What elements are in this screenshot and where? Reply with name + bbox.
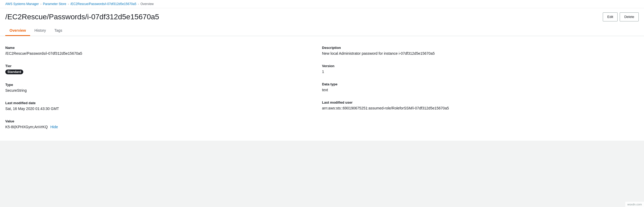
page-header: /EC2Rescue/Passwords/i-07df312d5e15670a5… (0, 8, 644, 36)
header-actions: Edit Delete (603, 12, 639, 21)
right-column: Description New local Administrator pass… (322, 43, 639, 134)
content-area: Name /EC2Rescue/Passwords/i-07df312d5e15… (0, 36, 644, 141)
tier-value: Standard (5, 70, 322, 74)
tab-tags[interactable]: Tags (50, 26, 67, 36)
name-label: Name (5, 46, 322, 50)
breadcrumb-link-parameter-store[interactable]: Parameter Store (43, 2, 66, 6)
version-section: Version 1 (322, 61, 639, 79)
value-value: K5-8I(KPHXGym;AnVrKQ Hide (5, 125, 322, 129)
tab-history[interactable]: History (30, 26, 50, 36)
tabs: Overview History Tags (5, 26, 639, 36)
breadcrumb-link-parameter[interactable]: /EC2Rescue/Passwords/i-07df312d5e15670a5 (70, 2, 136, 6)
breadcrumb-separator-2: › (68, 2, 69, 6)
description-label: Description (322, 46, 639, 50)
value-text: K5-8I(KPHXGym;AnVrKQ (5, 125, 48, 129)
hide-link[interactable]: Hide (50, 125, 58, 129)
last-modified-user-value: arn:aws:sts::690190675251:assumed-role/R… (322, 106, 639, 110)
breadcrumb: AWS Systems Manager › Parameter Store › … (0, 0, 644, 8)
type-label: Type (5, 83, 322, 87)
edit-button[interactable]: Edit (603, 12, 618, 21)
last-modified-date-value: Sat, 16 May 2020 01:43:30 GMT (5, 107, 322, 111)
version-value: 1 (322, 70, 639, 74)
tier-section: Tier Standard (5, 61, 322, 80)
last-modified-date-label: Last modified date (5, 101, 322, 105)
tier-badge: Standard (5, 70, 23, 74)
data-type-section: Data type text (322, 79, 639, 97)
breadcrumb-current: Overview (141, 2, 154, 6)
page-title: /EC2Rescue/Passwords/i-07df312d5e15670a5 (5, 13, 159, 21)
details-grid: Name /EC2Rescue/Passwords/i-07df312d5e15… (5, 43, 639, 134)
description-section: Description New local Administrator pass… (322, 43, 639, 61)
data-type-label: Data type (322, 82, 639, 86)
last-modified-date-section: Last modified date Sat, 16 May 2020 01:4… (5, 98, 322, 116)
tab-overview[interactable]: Overview (5, 26, 30, 36)
data-type-value: text (322, 88, 639, 92)
version-label: Version (322, 64, 639, 68)
breadcrumb-separator-1: › (40, 2, 41, 6)
name-value: /EC2Rescue/Passwords/i-07df312d5e15670a5 (5, 51, 322, 56)
page-title-row: /EC2Rescue/Passwords/i-07df312d5e15670a5… (5, 12, 639, 21)
value-section: Value K5-8I(KPHXGym;AnVrKQ Hide (5, 116, 322, 134)
value-label: Value (5, 119, 322, 123)
description-value: New local Administrator password for ins… (322, 51, 639, 56)
breadcrumb-separator-3: › (138, 2, 139, 6)
last-modified-user-section: Last modified user arn:aws:sts::69019067… (322, 97, 639, 116)
name-section: Name /EC2Rescue/Passwords/i-07df312d5e15… (5, 43, 322, 61)
tier-label: Tier (5, 64, 322, 68)
type-value: SecureString (5, 88, 322, 93)
type-section: Type SecureString (5, 80, 322, 98)
delete-button[interactable]: Delete (620, 12, 639, 21)
breadcrumb-link-ssm[interactable]: AWS Systems Manager (5, 2, 39, 6)
last-modified-user-label: Last modified user (322, 100, 639, 104)
left-column: Name /EC2Rescue/Passwords/i-07df312d5e15… (5, 43, 322, 134)
